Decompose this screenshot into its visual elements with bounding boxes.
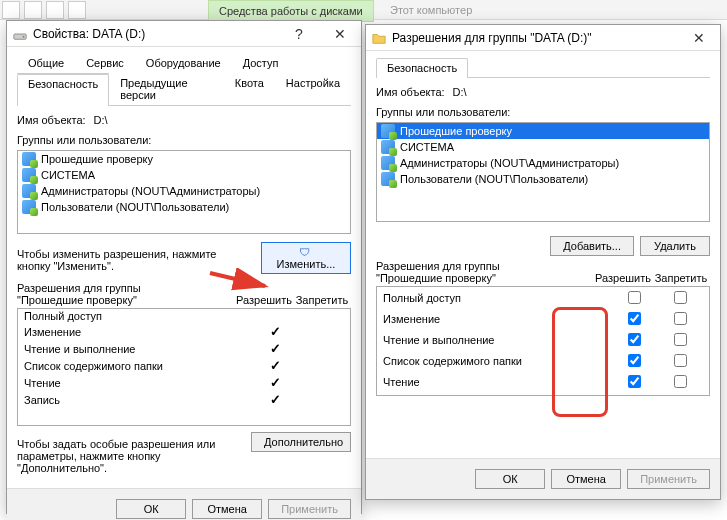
tab-customize[interactable]: Настройка [275, 73, 351, 105]
deny-header: Запретить [652, 272, 710, 284]
tab-tools[interactable]: Сервис [75, 53, 135, 73]
users-icon [381, 172, 395, 186]
allow-checkbox[interactable] [628, 312, 641, 325]
ok-button[interactable]: ОК [116, 499, 186, 519]
permission-name: Запись [24, 394, 252, 406]
allow-mark: ✓ [252, 341, 298, 356]
change-hint: Чтобы изменить разрешения, нажмите кнопк… [17, 248, 251, 272]
users-icon [22, 200, 36, 214]
toolbar-icon[interactable] [68, 1, 86, 19]
table-row: Изменение [377, 308, 709, 329]
allow-checkbox[interactable] [628, 354, 641, 367]
change-button[interactable]: Изменить... [261, 242, 351, 274]
permission-name: Чтение [24, 377, 252, 389]
deny-header: Запретить [293, 294, 351, 306]
add-button[interactable]: Добавить... [550, 236, 634, 256]
users-icon [381, 156, 395, 170]
table-row: Список содержимого папки [377, 350, 709, 371]
table-row: Чтение [377, 371, 709, 392]
deny-checkbox[interactable] [674, 291, 687, 304]
deny-checkbox[interactable] [674, 333, 687, 346]
property-tabs-row2: Безопасность Предыдущие версии Квота Нас… [17, 73, 351, 106]
users-icon [22, 184, 36, 198]
toolbar-icon[interactable] [24, 1, 42, 19]
table-row: Изменение✓ [18, 323, 350, 340]
allow-checkbox[interactable] [628, 333, 641, 346]
tab-sharing[interactable]: Доступ [232, 53, 290, 73]
ok-button[interactable]: ОК [475, 469, 545, 489]
window-title: Свойства: DATA (D:) [33, 27, 279, 41]
deny-checkbox[interactable] [674, 354, 687, 367]
cancel-button[interactable]: Отмена [551, 469, 621, 489]
allow-header: Разрешить [594, 272, 652, 284]
help-button[interactable]: ? [279, 21, 319, 47]
list-item[interactable]: СИСТЕМА [377, 139, 709, 155]
advanced-button[interactable]: Дополнительно [251, 432, 351, 452]
apply-button[interactable]: Применить [627, 469, 710, 489]
allow-mark: ✓ [252, 392, 298, 407]
list-item[interactable]: Пользователи (NOUT\Пользователи) [18, 199, 350, 215]
window-title: Разрешения для группы "DATA (D:)" [392, 31, 678, 45]
permission-name: Чтение и выполнение [24, 343, 252, 355]
allow-mark: ✓ [252, 375, 298, 390]
toolbar-icon[interactable] [2, 1, 20, 19]
table-row: Чтение и выполнение [377, 329, 709, 350]
tab-previous-versions[interactable]: Предыдущие версии [109, 73, 224, 105]
object-name-label: Имя объекта: [376, 86, 445, 98]
drive-icon [13, 27, 27, 41]
cancel-button[interactable]: Отмена [192, 499, 262, 519]
close-button[interactable]: ✕ [678, 25, 720, 51]
apply-button[interactable]: Применить [268, 499, 351, 519]
permission-name: Полный доступ [24, 310, 252, 322]
deny-checkbox[interactable] [674, 375, 687, 388]
permission-name: Чтение и выполнение [383, 334, 611, 346]
tab-hardware[interactable]: Оборудование [135, 53, 232, 73]
list-item[interactable]: СИСТЕМА [18, 167, 350, 183]
tab-quota[interactable]: Квота [224, 73, 275, 105]
ribbon-tab-this-pc[interactable]: Этот компьютер [380, 0, 482, 20]
permission-name: Изменение [383, 313, 611, 325]
window-permissions: Разрешения для группы "DATA (D:)" ✕ Безо… [365, 24, 721, 500]
object-name-value: D:\ [453, 86, 467, 98]
folder-icon [372, 31, 386, 45]
allow-mark: ✓ [252, 358, 298, 373]
tab-security[interactable]: Безопасность [376, 58, 468, 78]
table-row: Полный доступ [18, 309, 350, 323]
remove-button[interactable]: Удалить [640, 236, 710, 256]
ribbon-tab-drive-tools[interactable]: Средства работы с дисками [208, 0, 374, 22]
permissions-title: Разрешения для группы "Прошедшие проверк… [17, 282, 235, 306]
groups-list[interactable]: Прошедшие проверку СИСТЕМА Администратор… [17, 150, 351, 234]
object-name-value: D:\ [94, 114, 108, 126]
deny-checkbox[interactable] [674, 312, 687, 325]
allow-checkbox[interactable] [628, 375, 641, 388]
groups-list[interactable]: Прошедшие проверку СИСТЕМА Администратор… [376, 122, 710, 222]
toolbar-icon[interactable] [46, 1, 64, 19]
svg-point-1 [23, 35, 25, 37]
allow-checkbox[interactable] [628, 291, 641, 304]
allow-mark: ✓ [252, 324, 298, 339]
advanced-hint: Чтобы задать особые разрешения или парам… [17, 438, 241, 474]
permission-name: Полный доступ [383, 292, 611, 304]
permission-name: Список содержимого папки [383, 355, 611, 367]
tab-security[interactable]: Безопасность [17, 74, 109, 106]
users-icon [381, 140, 395, 154]
list-item[interactable]: Администраторы (NOUT\Администраторы) [18, 183, 350, 199]
table-row: Список содержимого папки✓ [18, 357, 350, 374]
list-item[interactable]: Пользователи (NOUT\Пользователи) [377, 171, 709, 187]
list-item[interactable]: Прошедшие проверку [18, 151, 350, 167]
list-item[interactable]: Администраторы (NOUT\Администраторы) [377, 155, 709, 171]
groups-label: Группы или пользователи: [17, 134, 351, 146]
tab-general[interactable]: Общие [17, 53, 75, 73]
users-icon [22, 152, 36, 166]
list-item[interactable]: Прошедшие проверку [377, 123, 709, 139]
users-icon [22, 168, 36, 182]
groups-label: Группы или пользователи: [376, 106, 710, 118]
permissions-title: Разрешения для группы "Прошедшие проверк… [376, 260, 594, 284]
table-row: Запись✓ [18, 391, 350, 408]
users-icon [381, 124, 395, 138]
table-row: Чтение и выполнение✓ [18, 340, 350, 357]
permission-name: Чтение [383, 376, 611, 388]
table-row: Чтение✓ [18, 374, 350, 391]
object-name-label: Имя объекта: [17, 114, 86, 126]
close-button[interactable]: ✕ [319, 21, 361, 47]
